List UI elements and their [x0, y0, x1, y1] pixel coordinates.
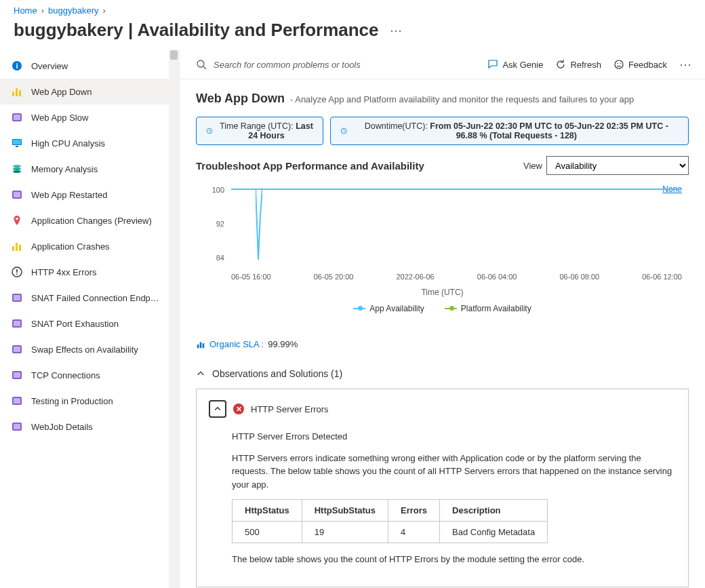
monitor-icon — [11, 137, 23, 149]
time-range-pill[interactable]: Time Range (UTC): Last 24 Hours — [196, 117, 323, 145]
clock-icon — [206, 126, 213, 136]
sidebar-item[interactable]: Web App Restarted — [0, 182, 179, 208]
collapse-toggle[interactable] — [209, 400, 226, 418]
section-title: Web App Down — [196, 92, 285, 106]
sidebar-item[interactable]: Web App Down — [0, 79, 179, 104]
sidebar-item[interactable]: Application Changes (Preview) — [0, 208, 179, 233]
refresh-icon — [555, 59, 566, 70]
toolbar: Ask Genie Refresh Feedback ⋯ — [180, 50, 705, 79]
sidebar-item-label: Memory Analysis — [31, 164, 98, 174]
observations-header[interactable]: Observations and Solutions (1) — [196, 368, 689, 379]
svg-rect-41 — [197, 345, 199, 348]
ask-genie-button[interactable]: Ask Genie — [487, 59, 543, 70]
svg-point-11 — [13, 168, 21, 170]
sidebar-item[interactable]: SNAT Port Exhaustion — [0, 311, 179, 336]
sidebar-item[interactable]: Swap Effects on Availability — [0, 336, 179, 362]
scrollbar-thumb[interactable] — [170, 50, 178, 60]
excl-icon — [11, 266, 23, 278]
sidebar-item[interactable]: Testing in Production — [0, 388, 179, 414]
info-icon: i — [11, 60, 23, 72]
svg-rect-17 — [16, 243, 18, 251]
svg-point-36 — [615, 60, 623, 68]
sidebar-item-label: SNAT Port Exhaustion — [31, 319, 119, 329]
sidebar: iOverviewWeb App DownWeb App SlowHigh CP… — [0, 50, 180, 588]
refresh-button[interactable]: Refresh — [555, 59, 601, 70]
search-icon — [196, 59, 207, 70]
sidebar-scrollbar[interactable] — [169, 50, 179, 588]
svg-rect-18 — [19, 245, 21, 251]
chat-icon — [487, 59, 498, 70]
svg-point-12 — [13, 170, 21, 173]
sidebar-item-label: Application Changes (Preview) — [31, 216, 152, 226]
y-tick: 84 — [200, 254, 224, 262]
observation-description: HTTP Servers errors indicate something w… — [232, 452, 676, 492]
gauge-icon — [11, 292, 23, 304]
svg-rect-25 — [14, 321, 20, 326]
svg-text:i: i — [16, 62, 18, 70]
svg-rect-16 — [12, 246, 14, 251]
svg-rect-29 — [14, 372, 20, 378]
app-availability-line — [231, 189, 682, 190]
sidebar-item[interactable]: TCP Connections — [0, 362, 179, 388]
svg-rect-21 — [16, 274, 18, 275]
page-title: buggybakery | Availability and Performan… — [14, 20, 379, 41]
view-label: View — [523, 161, 542, 171]
svg-point-15 — [16, 218, 18, 220]
troubleshoot-title: Troubleshoot App Performance and Availab… — [196, 160, 424, 172]
observation-title: HTTP Server Errors — [251, 404, 329, 414]
observations-panel: ✕ HTTP Server Errors HTTP Server Errors … — [196, 389, 689, 587]
svg-rect-3 — [16, 88, 18, 96]
svg-rect-42 — [200, 342, 202, 348]
availability-chart: None 100 92 84 06-05 16:00 — [196, 184, 689, 313]
toolbar-more-button[interactable]: ⋯ — [679, 57, 691, 72]
svg-rect-14 — [14, 192, 20, 197]
svg-point-10 — [13, 165, 21, 168]
sidebar-item[interactable]: iOverview — [0, 53, 179, 79]
section-subtitle: - Analyze App and Platform availability … — [290, 94, 634, 104]
svg-rect-2 — [12, 92, 14, 96]
sidebar-item-label: Web App Restarted — [31, 190, 108, 200]
svg-rect-31 — [14, 398, 20, 404]
observation-footer: The below table shows you the count of H… — [232, 553, 676, 566]
sidebar-item[interactable]: HTTP 4xx Errors — [0, 259, 179, 285]
svg-rect-4 — [19, 90, 21, 96]
smile-icon — [613, 59, 624, 70]
sidebar-item-label: TCP Connections — [31, 370, 100, 380]
view-select[interactable]: Availability — [546, 156, 689, 175]
y-tick: 100 — [200, 186, 224, 194]
organic-sla-value: 99.99% — [268, 339, 298, 349]
sidebar-item-label: Swap Effects on Availability — [31, 345, 138, 355]
sidebar-item-label: Application Crashes — [31, 241, 110, 252]
svg-point-34 — [197, 60, 204, 67]
svg-point-37 — [617, 63, 618, 64]
organic-sla-link[interactable]: Organic SLA : — [209, 339, 264, 349]
svg-rect-6 — [14, 115, 20, 120]
sidebar-item[interactable]: Memory Analysis — [0, 156, 179, 182]
breadcrumb: Home › buggybakery › — [0, 0, 705, 18]
gauge-icon — [11, 189, 23, 201]
sidebar-item[interactable]: Web App Slow — [0, 104, 179, 130]
chart-legend: App Availability Platform Availability — [196, 304, 689, 313]
y-tick: 92 — [200, 220, 224, 228]
sidebar-item-label: Overview — [31, 61, 68, 71]
feedback-button[interactable]: Feedback — [613, 59, 667, 70]
sidebar-item-label: High CPU Analysis — [31, 138, 105, 149]
sidebar-item[interactable]: WebJob Details — [0, 414, 179, 439]
clock-icon — [340, 126, 348, 136]
sidebar-item[interactable]: SNAT Failed Connection Endp… — [0, 285, 179, 311]
sidebar-item[interactable]: High CPU Analysis — [0, 130, 179, 156]
search-input[interactable] — [214, 60, 417, 70]
chevron-up-icon — [214, 405, 222, 413]
gauge-icon — [11, 317, 23, 330]
legend-swatch-app — [353, 308, 365, 309]
sidebar-item-label: Web App Slow — [31, 113, 88, 123]
breadcrumb-home[interactable]: Home — [14, 5, 37, 16]
sidebar-item-label: WebJob Details — [31, 422, 93, 432]
chevron-right-icon: › — [41, 5, 44, 16]
sidebar-item[interactable]: Application Crashes — [0, 233, 179, 259]
downtime-pill[interactable]: Downtime(UTC): From 05-Jun-22 02:30 PM U… — [330, 117, 689, 145]
svg-rect-33 — [14, 424, 20, 429]
breadcrumb-app[interactable]: buggybakery — [48, 5, 98, 16]
x-axis: 06-05 16:00 06-05 20:00 2022-06-06 06-06… — [231, 273, 682, 281]
more-actions-button[interactable]: ⋯ — [390, 23, 402, 38]
